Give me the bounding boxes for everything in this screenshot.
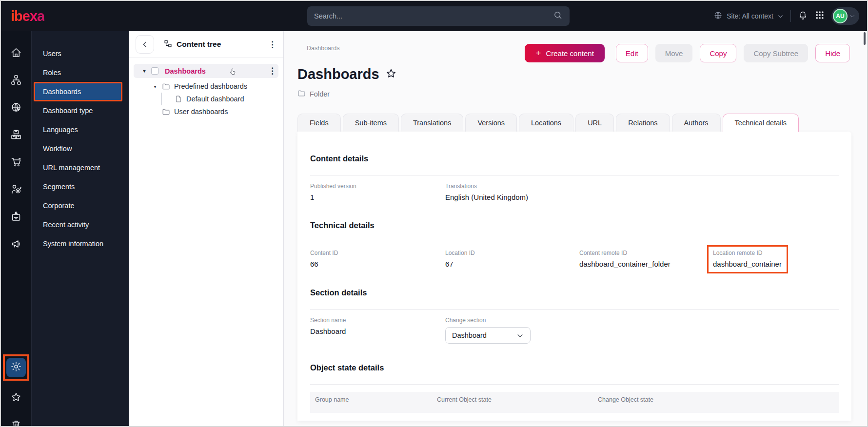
tree-item-dashboards[interactable]: ▾ Dashboards ⋮ [134,64,278,78]
tree-icon [164,39,172,50]
scrollbar-thumb[interactable] [864,32,866,45]
move-button[interactable]: Move [655,44,693,62]
section-heading: Content details [310,154,839,163]
create-content-button[interactable]: + Create content [525,44,605,62]
sidebar-item-corporate[interactable]: Corporate [35,197,121,214]
field-location-remote-id: Location remote ID dashboard_container [713,250,839,269]
notifications-bell-icon[interactable] [798,10,808,22]
plus-icon: + [535,48,541,58]
chevron-down-icon [849,13,855,19]
field-section-name: Section name Dashboard [310,317,445,344]
sidebar-item-dashboards[interactable]: Dashboards [35,83,121,100]
content-tree-panel: Content tree ⋮ ▾ Dashboards ⋮ ▾ [129,31,284,427]
tree-item-kebab-icon[interactable]: ⋮ [268,67,276,75]
segments-target-icon[interactable] [10,183,22,195]
field-change-section: Change section Dashboard [445,317,579,344]
tab-url[interactable]: URL [575,114,614,132]
folder-icon [297,89,306,99]
topbar-divider [790,10,791,22]
tab-versions[interactable]: Versions [465,114,517,132]
change-section-dropdown[interactable]: Dashboard [445,327,531,344]
caret-down-icon[interactable]: ▾ [141,68,147,74]
app-grid-icon[interactable] [815,10,825,22]
site-context-label: Site: All context [727,12,773,20]
tree-checkbox[interactable] [151,67,158,75]
user-menu[interactable]: AU [831,7,859,25]
chevron-left-icon [141,40,149,48]
action-bar: + Create content Edit Move Copy Copy Sub… [525,44,850,62]
tree-item-predefined-dashboards[interactable]: ▾ Predefined dashboards [129,80,283,93]
tree-item-default-dashboard[interactable]: Default dashboard [129,93,283,105]
copy-subtree-button[interactable]: Copy Subtree [744,44,808,62]
dropdown-chevron-icon [516,332,524,339]
tree-item-user-dashboards[interactable]: ▾ User dashboards [129,105,283,118]
tree-item-label: Dashboards [165,67,206,75]
section-heading: Object state details [310,363,839,372]
page-title: Dashboards [297,66,379,82]
sidebar-item-recent-activity[interactable]: Recent activity [35,216,121,233]
field-content-id: Content ID 66 [310,250,445,269]
field-published-version: Published version 1 [310,183,445,201]
admin-sidebar: Users Roles Dashboards Dashboard type La… [32,31,129,427]
tree-item-label: Predefined dashboards [174,82,247,90]
search-input[interactable] [314,12,553,20]
tab-bar: Fields Sub-items Translations Versions L… [297,114,850,132]
section-heading: Technical details [310,221,839,230]
field-content-remote-id: Content remote ID dashboard_container_fo… [579,250,713,269]
bookmarks-star-icon[interactable] [10,391,22,404]
sidebar-item-roles[interactable]: Roles [35,64,121,81]
admin-settings-button[interactable] [6,358,26,377]
field-location-id: Location ID 67 [445,250,579,269]
catalog-boxes-icon[interactable] [10,128,22,141]
marketing-megaphone-icon[interactable] [10,237,22,250]
technical-details-section: Technical details Content ID 66 Location… [310,201,839,269]
column-group-name: Group name [315,396,437,403]
hide-button[interactable]: Hide [815,44,850,62]
folder-icon [162,82,170,91]
sidebar-item-segments[interactable]: Segments [35,178,121,195]
tree-item-label: Default dashboard [186,95,244,103]
tab-fields[interactable]: Fields [297,114,341,132]
main-content: Dashboards + Create content Edit Move Co… [284,31,867,427]
favorite-star-icon[interactable] [385,68,397,81]
tree-item-label: User dashboards [174,108,228,116]
tab-sub-items[interactable]: Sub-items [343,114,399,132]
tab-relations[interactable]: Relations [616,114,670,132]
cursor-hand-icon [229,68,237,78]
edit-button[interactable]: Edit [616,44,648,62]
ibexa-admin-screen: ibexa Site: All context AU [0,0,868,427]
object-state-section: Object state details Group name Current … [310,344,839,413]
corporate-badge-icon[interactable] [10,210,22,223]
sidebar-item-users[interactable]: Users [35,45,121,62]
collapse-tree-button[interactable] [136,35,154,54]
global-search[interactable] [307,6,570,26]
column-current-object-state: Current Object state [437,396,598,403]
home-icon[interactable] [10,46,22,59]
sidebar-item-languages[interactable]: Languages [35,121,121,138]
copy-button[interactable]: Copy [700,44,736,62]
topbar-right-cluster: Site: All context AU [713,1,859,31]
sidebar-item-system-information[interactable]: System information [35,235,121,252]
cart-icon[interactable] [10,155,22,168]
tab-authors[interactable]: Authors [672,114,721,132]
gear-annotation-box [3,354,29,381]
ibexa-logo[interactable]: ibexa [11,8,44,24]
content-details-section: Content details Published version 1 Tran… [310,134,839,201]
topbar: ibexa Site: All context AU [1,1,867,31]
content-structure-icon[interactable] [10,74,22,86]
tab-translations[interactable]: Translations [401,114,463,132]
tab-locations[interactable]: Locations [519,114,573,132]
trash-icon[interactable] [10,418,22,427]
sidebar-item-workflow[interactable]: Workflow [35,140,121,157]
content-tree-title: Content tree [177,40,221,49]
globe-icon [713,11,723,21]
tab-technical-details[interactable]: Technical details [723,114,799,132]
caret-down-icon[interactable]: ▾ [152,84,158,89]
search-icon[interactable] [553,10,563,22]
field-translations: Translations English (United Kingdom) [445,183,579,201]
tree-options-kebab-icon[interactable]: ⋮ [268,40,276,49]
sidebar-item-url-management[interactable]: URL management [35,159,121,176]
site-globe-icon[interactable] [10,101,22,114]
sidebar-item-dashboard-type[interactable]: Dashboard type [35,102,121,119]
site-context-selector[interactable]: Site: All context [713,11,784,21]
